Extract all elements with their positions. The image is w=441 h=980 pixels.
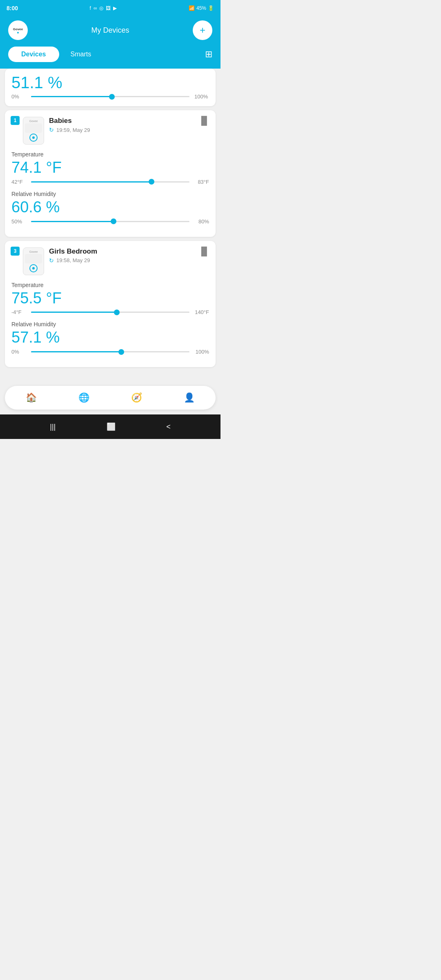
govee-label-3: Govee (29, 250, 38, 253)
humid-slider-track-girls-bedroom[interactable] (31, 351, 189, 352)
sync-time-girls-bedroom: 19:58, May 29 (56, 257, 90, 263)
system-back-button[interactable]: < (166, 423, 171, 431)
battery-full-icon-3: ▐▌ (198, 247, 210, 256)
temp-slider-row-babies: 42°F 83°F (11, 179, 209, 185)
device-image-babies: Govee (23, 117, 44, 145)
temp-slider-fill-girls-bedroom (31, 312, 117, 313)
temp-slider-thumb-girls-bedroom[interactable] (114, 310, 120, 315)
humid-value-girls-bedroom: 57.1 % (11, 329, 209, 346)
youtube-icon: ▶ (113, 5, 117, 11)
temp-slider-track-babies[interactable] (31, 181, 189, 183)
humid-label-babies: Relative Humidity (11, 191, 209, 197)
avatar-label: Govee (13, 27, 23, 31)
battery-full-icon-1: ▐▌ (198, 116, 210, 125)
temp-label-girls-bedroom: Temperature (11, 282, 209, 288)
partial-slider-fill (31, 96, 112, 97)
sensor-inner-1 (32, 136, 35, 139)
home-icon: 🏠 (26, 392, 37, 403)
nav-compass[interactable]: 🧭 (123, 390, 150, 405)
device-sync-girls-bedroom: ↻ 19:58, May 29 (49, 257, 209, 264)
device-name-girls-bedroom: Girls Bedroom (49, 247, 209, 256)
device-info-girls-bedroom: Girls Bedroom ↻ 19:58, May 29 (49, 247, 209, 264)
avatar-dot (17, 32, 19, 33)
humid-value-babies: 60.6 % (11, 199, 209, 216)
tab-devices[interactable]: Devices (8, 47, 59, 62)
partial-humidity-value: 51.1 % (11, 74, 62, 92)
compass-icon: 🧭 (131, 392, 142, 403)
nav-profile[interactable]: 👤 (176, 390, 203, 405)
humid-max-babies: 80% (194, 218, 209, 225)
temp-label-babies: Temperature (11, 151, 209, 158)
humid-slider-row-girls-bedroom: 0% 100% (11, 349, 209, 355)
humid-min-girls-bedroom: 0% (11, 349, 27, 355)
page-title: My Devices (91, 26, 129, 35)
battery-icon: 🔋 (208, 5, 214, 11)
status-icons: f ∞ ◎ 🖼 ▶ (90, 5, 117, 11)
header: Govee My Devices + (0, 16, 220, 47)
avatar-button[interactable]: Govee (8, 20, 28, 40)
system-menu-button[interactable]: ||| (50, 423, 56, 431)
humid-slider-track-babies[interactable] (31, 221, 189, 222)
temp-value-girls-bedroom: 75.5 °F (11, 290, 209, 307)
humid-label-girls-bedroom: Relative Humidity (11, 321, 209, 327)
temp-slider-track-girls-bedroom[interactable] (31, 312, 189, 313)
card-number-1: 1 (11, 116, 20, 125)
device-info-babies: Babies ↻ 19:59, May 29 (49, 117, 209, 133)
signal-icon: 📶 (189, 5, 195, 11)
nav-home[interactable]: 🏠 (18, 390, 45, 405)
temp-max-babies: 83°F (194, 179, 209, 185)
humid-max-girls-bedroom: 100% (194, 349, 209, 355)
device-card-babies: 1 ▐▌ Govee Babies ↻ 19:59, May 29 Temper… (5, 110, 216, 237)
temp-value-babies: 74.1 °F (11, 159, 209, 176)
sync-icon-3: ↻ (49, 257, 54, 264)
temp-slider-fill-babies (31, 181, 151, 183)
status-bar: 8:00 f ∞ ◎ 🖼 ▶ 📶 45% 🔋 (0, 0, 220, 16)
humid-slider-fill-babies (31, 221, 114, 222)
nav-globe[interactable]: 🌐 (70, 390, 98, 405)
image-icon: 🖼 (106, 5, 111, 11)
humid-slider-row-babies: 50% 80% (11, 218, 209, 225)
device-image-girls-bedroom: Govee (23, 247, 44, 275)
card-header-girls-bedroom: Govee Girls Bedroom ↻ 19:58, May 29 (23, 247, 209, 275)
metrics-girls-bedroom: Temperature 75.5 °F -4°F 140°F Relative … (11, 282, 209, 355)
humid-slider-fill-girls-bedroom (31, 351, 121, 352)
system-home-button[interactable]: ⬜ (107, 422, 116, 431)
metrics-babies: Temperature 74.1 °F 42°F 83°F Relative H… (11, 151, 209, 225)
device-card-girls-bedroom: 3 ▐▌ Govee Girls Bedroom ↻ 19:58, May 29… (5, 241, 216, 368)
voicemail-icon: ∞ (94, 5, 97, 11)
partial-slider-row: 0% 100% (11, 94, 209, 100)
bottom-nav: 🏠 🌐 🧭 👤 (5, 386, 216, 410)
humid-slider-thumb-girls-bedroom[interactable] (118, 349, 124, 355)
sync-time-babies: 19:59, May 29 (56, 127, 90, 133)
system-nav: ||| ⬜ < (0, 414, 220, 439)
humid-min-babies: 50% (11, 218, 27, 225)
shield-icon: ◎ (99, 5, 103, 11)
temp-min-babies: 42°F (11, 179, 27, 185)
card-number-3: 3 (11, 247, 20, 256)
temp-max-girls-bedroom: 140°F (194, 309, 209, 315)
partial-slider-track[interactable] (31, 96, 189, 97)
partial-card: 51.1 % 0% 100% (5, 69, 216, 106)
device-name-babies: Babies (49, 117, 209, 125)
grid-view-icon[interactable]: ⊞ (205, 49, 212, 60)
sensor-circle-3 (29, 264, 38, 272)
fb-icon: f (90, 5, 91, 11)
status-time: 8:00 (7, 5, 18, 11)
temp-slider-thumb-babies[interactable] (149, 179, 154, 185)
temp-min-girls-bedroom: -4°F (11, 309, 27, 315)
partial-slider-max: 100% (194, 94, 209, 100)
govee-label-1: Govee (29, 120, 38, 122)
battery-text: 45% (196, 5, 206, 11)
add-device-button[interactable]: + (193, 20, 212, 40)
status-right: 📶 45% 🔋 (189, 5, 214, 11)
tab-smarts[interactable]: Smarts (59, 47, 103, 62)
device-sync-babies: ↻ 19:59, May 29 (49, 127, 209, 133)
humid-slider-thumb-babies[interactable] (111, 218, 116, 224)
globe-icon: 🌐 (78, 392, 89, 403)
card-header-babies: Govee Babies ↻ 19:59, May 29 (23, 117, 209, 145)
sensor-circle-1 (29, 134, 38, 142)
partial-slider-thumb[interactable] (109, 94, 115, 100)
sync-icon-1: ↻ (49, 127, 54, 133)
partial-slider-min: 0% (11, 94, 26, 100)
sensor-inner-3 (32, 267, 35, 270)
